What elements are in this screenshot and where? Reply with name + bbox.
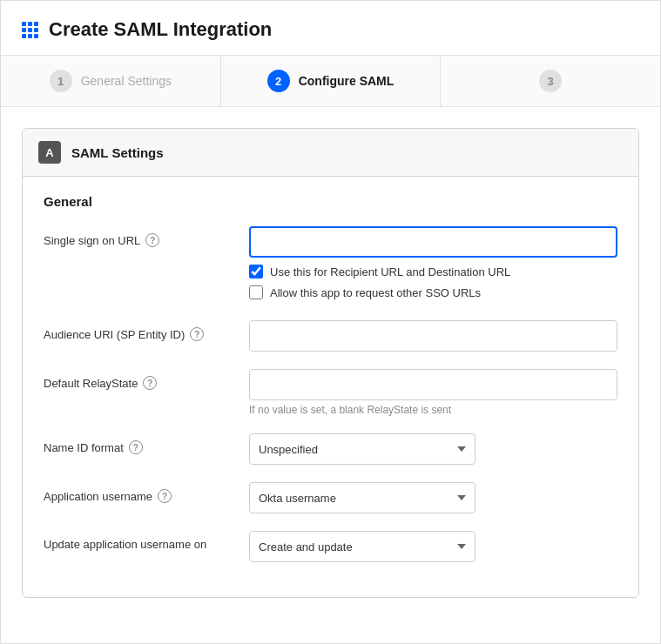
single-sign-on-help-icon[interactable]: ? bbox=[145, 233, 159, 247]
relay-state-help-icon[interactable]: ? bbox=[143, 376, 157, 390]
step-3[interactable]: 3 bbox=[441, 56, 660, 106]
section-title: SAML Settings bbox=[71, 145, 164, 160]
step-2-circle: 2 bbox=[267, 70, 290, 92]
name-id-format-row: Name ID format ? Unspecified EmailAddres… bbox=[44, 433, 617, 465]
step-3-circle: 3 bbox=[539, 70, 562, 92]
general-subtitle: General bbox=[44, 194, 617, 209]
step-2-label: Configure SAML bbox=[299, 74, 395, 88]
main-content: A SAML Settings General Single sign on U… bbox=[1, 107, 660, 619]
relay-state-hint: If no value is set, a blank RelayState i… bbox=[249, 404, 617, 416]
relay-state-label: Default RelayState ? bbox=[44, 376, 235, 390]
step-1-circle: 1 bbox=[50, 70, 72, 92]
recipient-url-label: Use this for Recipient URL and Destinati… bbox=[270, 265, 510, 278]
relay-state-input[interactable] bbox=[249, 369, 617, 400]
application-username-label: Application username ? bbox=[44, 489, 235, 503]
step-1-label: General Settings bbox=[81, 74, 172, 88]
application-username-row: Application username ? Okta username Ema… bbox=[44, 482, 617, 513]
recipient-url-checkbox-row: Use this for Recipient URL and Destinati… bbox=[249, 265, 617, 278]
update-username-select[interactable]: Create and update Create only bbox=[249, 531, 476, 562]
update-username-row: Update application username on Create an… bbox=[44, 531, 617, 562]
audience-uri-label: Audience URI (SP Entity ID) ? bbox=[44, 327, 235, 341]
relay-state-row: Default RelayState ? If no value is set,… bbox=[44, 369, 617, 416]
step-configure-saml[interactable]: 2 Configure SAML bbox=[221, 56, 442, 106]
page-title: Create SAML Integration bbox=[49, 18, 272, 41]
step-general-settings[interactable]: 1 General Settings bbox=[1, 56, 221, 106]
audience-uri-row: Audience URI (SP Entity ID) ? bbox=[44, 320, 617, 352]
single-sign-on-label: Single sign on URL ? bbox=[44, 233, 235, 247]
audience-uri-help-icon[interactable]: ? bbox=[190, 327, 204, 341]
other-sso-label: Allow this app to request other SSO URLs bbox=[270, 286, 481, 299]
name-id-format-help-icon[interactable]: ? bbox=[129, 440, 143, 454]
recipient-url-checkbox[interactable] bbox=[249, 265, 263, 278]
name-id-format-select[interactable]: Unspecified EmailAddress Persistent Tran… bbox=[249, 433, 476, 465]
application-username-select[interactable]: Okta username Email Custom bbox=[249, 482, 476, 513]
application-username-help-icon[interactable]: ? bbox=[158, 489, 172, 503]
app-grid-icon bbox=[22, 22, 38, 38]
name-id-format-label: Name ID format ? bbox=[44, 440, 235, 454]
saml-settings-section: A SAML Settings General Single sign on U… bbox=[22, 128, 639, 598]
other-sso-checkbox-row: Allow this app to request other SSO URLs bbox=[249, 285, 617, 299]
section-body: General Single sign on URL ? Use this f bbox=[23, 177, 638, 597]
single-sign-on-row: Single sign on URL ? Use this for Recipi… bbox=[44, 226, 617, 303]
other-sso-checkbox[interactable] bbox=[249, 285, 263, 299]
page-header: Create SAML Integration bbox=[1, 1, 660, 56]
steps-navigation: 1 General Settings 2 Configure SAML 3 bbox=[1, 56, 660, 107]
audience-uri-input[interactable] bbox=[249, 320, 617, 352]
update-username-label: Update application username on bbox=[44, 538, 235, 551]
section-badge: A bbox=[38, 141, 61, 164]
single-sign-on-input[interactable] bbox=[249, 226, 617, 258]
section-header: A SAML Settings bbox=[23, 129, 638, 177]
